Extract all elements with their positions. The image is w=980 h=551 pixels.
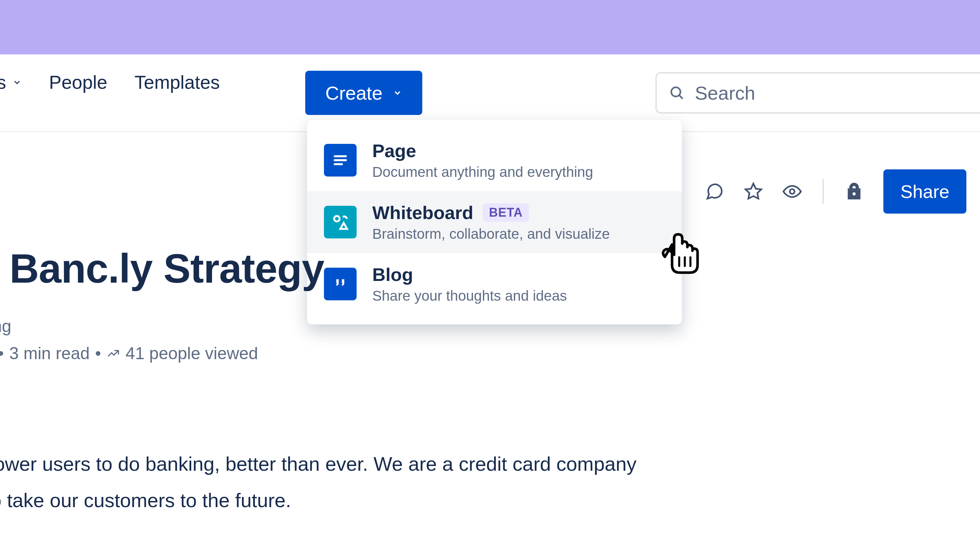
beta-badge: BETA: [483, 203, 529, 222]
view-count: 41 people viewed: [126, 343, 258, 363]
chevron-down-icon: [393, 88, 402, 98]
top-banner: [0, 0, 980, 54]
page-byline: ong: [0, 316, 11, 336]
option-title: Page: [372, 140, 416, 161]
body-line: power users to do banking, better than e…: [0, 453, 636, 475]
option-title: Blog: [372, 264, 413, 285]
svg-line-1: [679, 95, 683, 99]
search-input[interactable]: Search: [655, 72, 980, 114]
create-button[interactable]: Create: [305, 71, 422, 115]
share-button-label: Share: [900, 181, 950, 202]
divider: [823, 179, 824, 204]
share-button[interactable]: Share: [883, 169, 966, 214]
analytics-icon: [107, 346, 120, 360]
star-icon[interactable]: [744, 182, 763, 201]
page-icon: [324, 144, 356, 176]
search-icon: [669, 85, 685, 101]
read-time: 3 min read: [9, 343, 89, 363]
whiteboard-icon: [324, 206, 356, 238]
svg-point-3: [790, 189, 795, 194]
blog-icon: [324, 268, 356, 300]
option-title: Whiteboard: [372, 202, 473, 223]
svg-marker-10: [340, 223, 347, 229]
create-dropdown: Page Document anything and everything Wh…: [307, 120, 682, 324]
comment-icon[interactable]: [705, 182, 724, 201]
option-desc: Brainstorm, collaborate, and visualize: [372, 226, 610, 242]
svg-marker-2: [746, 184, 762, 198]
chevron-down-icon: [12, 78, 22, 87]
svg-point-9: [334, 216, 340, 221]
nav-item-label: es: [0, 71, 6, 93]
body-line: to take our customers to the future.: [0, 489, 291, 511]
create-button-label: Create: [325, 82, 382, 104]
svg-point-0: [671, 87, 681, 97]
search-placeholder: Search: [695, 82, 755, 104]
create-option-page[interactable]: Page Document anything and everything: [307, 129, 682, 191]
option-desc: Document anything and everything: [372, 164, 593, 180]
page-title: r Banc.ly Strategy: [0, 245, 324, 292]
page-body: power users to do banking, better than e…: [0, 446, 776, 519]
nav-item-truncated[interactable]: es: [0, 71, 22, 93]
lock-icon[interactable]: [845, 182, 864, 201]
svg-point-5: [853, 192, 856, 195]
option-desc: Share your thoughts and ideas: [372, 288, 567, 304]
create-option-whiteboard[interactable]: Whiteboard BETA Brainstorm, collaborate,…: [307, 191, 682, 253]
page-meta: o • 3 min read • 41 people viewed: [0, 343, 258, 363]
create-option-blog[interactable]: Blog Share your thoughts and ideas: [307, 253, 682, 315]
watch-icon[interactable]: [783, 182, 802, 201]
nav-item-people[interactable]: People: [49, 71, 107, 93]
page-actions: Share: [705, 169, 966, 214]
nav-item-templates[interactable]: Templates: [134, 71, 220, 93]
cursor-pointer-icon: [657, 229, 708, 280]
